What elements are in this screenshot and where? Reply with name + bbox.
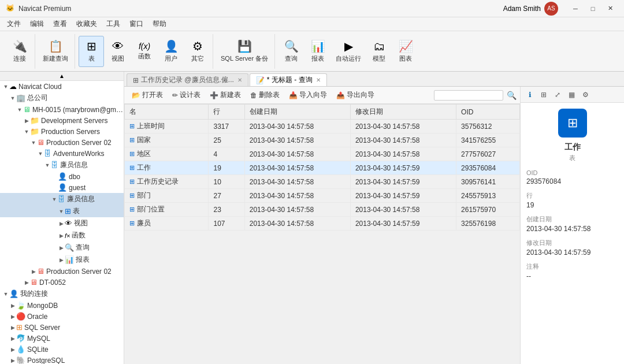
sidebar-item-prod-server02[interactable]: ▼ 🖥 Production Server 02 <box>0 137 124 148</box>
menu-help[interactable]: 帮助 <box>148 18 171 30</box>
sidebar-item-query[interactable]: ▶ 🔍 查询 <box>0 242 124 254</box>
open-table-button[interactable]: 📂 打开表 <box>128 88 167 102</box>
close-button[interactable]: ✕ <box>602 3 618 14</box>
view-button[interactable]: 👁 视图 <box>105 36 131 67</box>
report-button[interactable]: 📊 报表 <box>305 36 330 67</box>
cell-rows: 10 <box>209 175 244 189</box>
sidebar-item-employees2[interactable]: ▼ 🗄 廉员信息 <box>0 193 124 205</box>
col-modified[interactable]: 修改日期 <box>350 105 456 120</box>
panel-grid-button[interactable]: ▦ <box>566 89 577 101</box>
connect-button[interactable]: 🔌 连接 <box>7 36 32 67</box>
cell-modified: 2013-04-30 14:57:59 <box>350 189 456 203</box>
model-button[interactable]: 🗂 模型 <box>366 36 392 67</box>
query2-button[interactable]: 🔍 查询 <box>278 36 304 67</box>
sidebar-item-mongodb[interactable]: ▶ 🍃 MongoDB <box>0 300 124 311</box>
sidebar-item-view[interactable]: ▶ 👁 视图 <box>0 217 124 229</box>
table-row[interactable]: ⊞工作 19 2013-04-30 14:57:58 2013-04-30 14… <box>125 161 520 175</box>
col-created[interactable]: 创建日期 <box>244 105 350 120</box>
search-icon[interactable]: 🔍 <box>507 91 517 100</box>
dt0052-icon: 🖥 <box>30 278 38 287</box>
table-button[interactable]: ⊞ 表 <box>79 36 104 67</box>
table-row[interactable]: ⊞工作历史记录 10 2013-04-30 14:57:58 2013-04-3… <box>125 175 520 189</box>
panel-rows-value: 19 <box>526 201 618 209</box>
sidebar-item-report[interactable]: ▶ 📊 报表 <box>0 254 124 266</box>
sidebar-item-dbo[interactable]: 👤 dbo <box>0 171 124 182</box>
mysql-icon: 🐬 <box>16 334 25 343</box>
cell-name: ⊞部门位置 <box>125 203 209 217</box>
export-button[interactable]: 📤 导出向导 <box>332 88 378 102</box>
sidebar-item-employees[interactable]: ▼ 🗄 廉员信息 <box>0 159 124 171</box>
sidebar-item-dt0052[interactable]: ▶ 🖥 DT-0052 <box>0 277 124 288</box>
delete-table-button[interactable]: 🗑 删除表 <box>246 88 284 102</box>
sqlserver-arrow: ▶ <box>9 325 16 330</box>
autorun-button[interactable]: ▶ 自动运行 <box>332 36 365 67</box>
sidebar-item-my-connections[interactable]: ▼ 👤 我的连接 <box>0 288 124 300</box>
minimize-button[interactable]: ─ <box>567 3 584 14</box>
sidebar-item-mh0015[interactable]: ▼ 🖥 MH-0015 (marybrown@gmai... <box>0 104 124 115</box>
import-button[interactable]: 📥 导入向导 <box>285 88 331 102</box>
panel-created-label: 创建日期 <box>526 215 618 224</box>
menu-file[interactable]: 文件 <box>2 18 25 30</box>
employees-label: 廉员信息 <box>60 160 88 170</box>
sidebar-item-sqlite[interactable]: ▶ 💧 SQLite <box>0 344 124 355</box>
prod-server02-label: Production Server 02 <box>46 139 112 147</box>
col-rows[interactable]: 行 <box>209 105 244 120</box>
table-row[interactable]: ⊞上班时间 3317 2013-04-30 14:57:58 2013-04-3… <box>125 120 520 133</box>
sidebar-item-company[interactable]: ▼ 🏢 总公司 <box>0 92 124 104</box>
table-row[interactable]: ⊞地区 4 2013-04-30 14:57:58 2013-04-30 14:… <box>125 147 520 161</box>
table-row[interactable]: ⊞部门 27 2013-04-30 14:57:58 2013-04-30 14… <box>125 189 520 203</box>
table-label: 表 <box>88 54 95 63</box>
panel-obj-type: 表 <box>526 154 618 162</box>
sidebar-item-table[interactable]: ▼ ⊞ 表 <box>0 205 124 217</box>
sidebar-scroll-up[interactable]: ▲ <box>0 72 124 81</box>
function-button[interactable]: f(x) 函数 <box>132 36 157 67</box>
dev-servers-label: Development Servers <box>41 117 107 125</box>
tab-query-close[interactable]: ✕ <box>316 77 321 83</box>
tab-query[interactable]: 📝 * 无标题 - 查询 ✕ <box>250 73 327 86</box>
sidebar-item-mysql[interactable]: ▶ 🐬 MySQL <box>0 333 124 344</box>
sidebar-item-guest[interactable]: 👤 guest <box>0 182 124 193</box>
maximize-button[interactable]: □ <box>585 3 601 14</box>
table-row[interactable]: ⊞部门位置 23 2013-04-30 14:57:58 2013-04-30 … <box>125 203 520 217</box>
tab-history-close[interactable]: ✕ <box>237 77 242 83</box>
menu-view[interactable]: 查看 <box>49 18 72 30</box>
sidebar-item-prod-servers[interactable]: ▼ 📁 Production Servers <box>0 126 124 137</box>
sidebar-item-function[interactable]: ▶ f× 函数 <box>0 229 124 242</box>
other-button[interactable]: ⚙ 其它 <box>185 36 210 67</box>
chart-button[interactable]: 📈 图表 <box>393 36 418 67</box>
dev-servers-arrow: ▶ <box>23 118 30 124</box>
design-table-button[interactable]: ✏ 设计表 <box>168 88 205 102</box>
sidebar-item-postgresql[interactable]: ▶ 🐘 PostgreSQL <box>0 355 124 364</box>
panel-expand-button[interactable]: ⤢ <box>552 89 563 101</box>
menu-favorites[interactable]: 收藏夹 <box>72 18 102 30</box>
sidebar-item-navicat-cloud[interactable]: ▼ ☁ Navicat Cloud <box>0 81 124 92</box>
backup-button[interactable]: 💾 SQL Server 备份 <box>217 36 272 67</box>
menu-window[interactable]: 窗口 <box>125 18 148 30</box>
tab-history[interactable]: ⊞ 工作历史记录 @廉员信息.僱... ✕ <box>127 73 248 86</box>
table-row[interactable]: ⊞国家 25 2013-04-30 14:57:58 2013-04-30 14… <box>125 133 520 147</box>
col-name[interactable]: 名 <box>125 105 209 120</box>
sidebar-item-adventureworks[interactable]: ▼ 🗄 AdventureWorks <box>0 148 124 159</box>
sidebar-item-dev-servers[interactable]: ▶ 📁 Development Servers <box>0 115 124 126</box>
menu-edit[interactable]: 编辑 <box>25 18 49 30</box>
col-oid[interactable]: OID <box>456 105 520 120</box>
sidebar-item-sqlserver[interactable]: ▶ ⊞ SQL Server <box>0 322 124 333</box>
sidebar-item-prod-server02b[interactable]: ▶ 🖥 Production Server 02 <box>0 266 124 277</box>
right-panel-content: ⊞ 工作 表 OID 293576084 行 19 创建日期 2013-04-3… <box>521 103 624 292</box>
cell-modified: 2013-04-30 14:57:59 <box>350 175 456 189</box>
panel-oid-label: OID <box>526 169 618 176</box>
panel-settings-button[interactable]: ⚙ <box>580 89 591 101</box>
new-table-button[interactable]: ➕ 新建表 <box>206 88 245 102</box>
new-query-button[interactable]: 📋 新建查询 <box>39 36 72 67</box>
panel-info-button[interactable]: ℹ <box>524 89 536 101</box>
user-button[interactable]: 👤 用户 <box>158 36 184 67</box>
table-row[interactable]: ⊞廉员 107 2013-04-30 14:57:58 2013-04-30 1… <box>125 217 520 231</box>
mysql-arrow: ▶ <box>9 336 16 341</box>
search-input[interactable] <box>434 90 503 101</box>
my-connections-arrow: ▼ <box>2 291 9 297</box>
panel-preview-button[interactable]: ⊞ <box>538 89 549 101</box>
dbo-icon: 👤 <box>58 172 67 181</box>
delete-table-label: 删除表 <box>259 90 280 100</box>
sidebar-item-oracle[interactable]: ▶ 🔴 Oracle <box>0 311 124 322</box>
menu-tools[interactable]: 工具 <box>102 18 125 30</box>
